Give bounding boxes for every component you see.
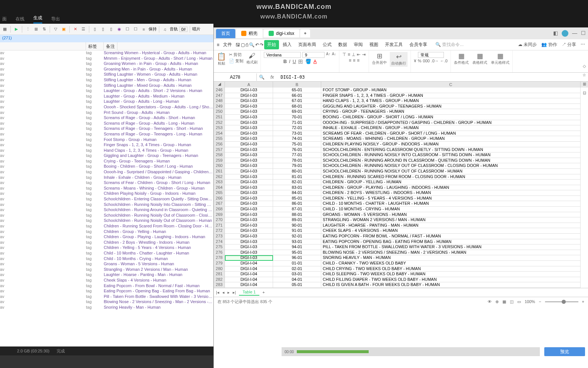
list-item[interactable]: avtagStifling Laughter - Mixed Group - A…: [0, 83, 213, 89]
view5-icon[interactable]: ▭: [517, 299, 521, 304]
wrap-icon[interactable]: ↩: [391, 53, 406, 61]
align-bot-icon[interactable]: ⊥: [352, 52, 355, 57]
dec-dec-icon[interactable]: ←.0: [440, 59, 448, 63]
list-item[interactable]: avtagPrrt Sound - Group - Adults - Human: [0, 110, 213, 116]
table-row[interactable]: 255DIGI-I-0374-01SCREAMS - MOANS - WHINI…: [214, 136, 588, 142]
currency-icon[interactable]: ¥: [414, 59, 416, 63]
sheet-prev-icon[interactable]: ◂: [222, 290, 225, 295]
table-row[interactable]: 250DIGI-I-0369-01CRYING - GROUP - TEENAG…: [214, 109, 588, 115]
sp-icon-2[interactable]: ☆: [581, 73, 587, 79]
list-item[interactable]: avtagScreams of Rage - Group - Adults - …: [0, 121, 213, 126]
list-item[interactable]: avtagSchoolchildren - Running Noisily In…: [0, 202, 213, 208]
table-row[interactable]: 265DIGI-I-0384-01CHILDREN - 2 BOYS - WRE…: [214, 190, 588, 196]
sheet-next-icon[interactable]: ▸: [227, 290, 230, 295]
header-tag[interactable]: 标签: [86, 42, 104, 50]
table-row[interactable]: 275DIGI-I-0394-01PILL - TAKEN FROM BOTTL…: [214, 244, 588, 250]
filter-icon[interactable]: ▽: [52, 26, 59, 33]
cut-button[interactable]: ✂ 剪切: [229, 52, 243, 58]
format-select[interactable]: [418, 52, 444, 58]
track-label[interactable]: 音轨: [170, 26, 178, 32]
coop-button[interactable]: 👥 协作: [541, 42, 557, 48]
maximize-button[interactable]: ☐: [581, 30, 586, 37]
redo-icon[interactable]: ↷: [260, 42, 263, 47]
list-item[interactable]: avtagChildren - Yelling - 5 Years - 4 Ve…: [0, 245, 213, 251]
select-all-corner[interactable]: ◢: [214, 82, 225, 88]
align-center-icon[interactable]: ≡: [353, 58, 355, 63]
list-item[interactable]: avtagLaughter - Group - Adults - Medium …: [0, 94, 213, 99]
sp-icon-3[interactable]: ⊞: [581, 82, 587, 88]
list-item[interactable]: avtagSnoring Heavily - Man - Human: [0, 305, 213, 310]
bold-button[interactable]: B: [283, 59, 287, 65]
tab-add[interactable]: +: [300, 29, 310, 37]
cell-reference[interactable]: A278: [214, 73, 257, 81]
col-C[interactable]: C: [321, 82, 581, 88]
table-row[interactable]: 256DIGI-I-0375-01CHILDREN PLAYING NOISIL…: [214, 142, 588, 147]
list-item[interactable]: avtagHand Claps - 1, 2, 3, 4 Times - Gro…: [0, 148, 213, 154]
menu-view[interactable]: 视图: [366, 40, 381, 49]
table-row[interactable]: 282DIGI-I-0404-01CHILD FILLING DIAPER - …: [214, 277, 588, 283]
view4-icon[interactable]: ◫: [510, 299, 514, 304]
merge-icon[interactable]: ⊞: [372, 52, 387, 60]
comma-icon[interactable]: 000: [423, 59, 429, 63]
list-item[interactable]: avtagChildren Playing Noisily - Group - …: [0, 191, 213, 197]
wave-icon[interactable]: ♫: [162, 26, 168, 33]
menu-hamburger[interactable]: ≡: [217, 42, 219, 47]
menu-insert[interactable]: 插入: [280, 40, 295, 49]
list-item[interactable]: avtagChildren - Group - Playing - Laughi…: [0, 234, 213, 240]
color-button[interactable]: A: [313, 59, 317, 65]
table-row[interactable]: 249DIGI-I-0368-01GIGGLING AND LAUGHTER -…: [214, 104, 588, 109]
menu-page[interactable]: 页面布局: [295, 40, 319, 49]
list-item[interactable]: avtagStrangling - Woman 2 Versions / Man…: [0, 267, 213, 273]
left-tab-3[interactable]: 导出: [51, 16, 60, 22]
list-item[interactable]: avtagScreams of Rage - Group - Adults - …: [0, 115, 213, 121]
play-icon[interactable]: ▶: [13, 26, 20, 33]
tab-home[interactable]: 首页: [216, 29, 235, 38]
sync-button[interactable]: ☁ 未同步: [518, 42, 537, 48]
list-item[interactable]: avtagCheek Slaps - 4 Versions - Human: [0, 278, 213, 283]
sheet-body[interactable]: 246DIGI-I-0365-01FOOT STOMP - GROUP - HU…: [214, 88, 588, 288]
sheet-tab-1[interactable]: Table 1: [239, 289, 259, 296]
fx-icon[interactable]: fx: [267, 75, 278, 80]
fontsize-select[interactable]: [302, 52, 325, 58]
list-item[interactable]: avtagPill - Taken From Bottle - Swallowe…: [0, 294, 213, 300]
fmt-icon[interactable]: 🖌: [246, 52, 258, 60]
zoom-slider[interactable]: [545, 301, 578, 302]
align-top-icon[interactable]: ⊤: [342, 52, 346, 57]
zoom-out-button[interactable]: −: [539, 299, 541, 304]
page3-icon[interactable]: ▯: [108, 26, 114, 33]
table-row[interactable]: 254DIGI-I-0373-01SCREAMS OF FEAR - CHILD…: [214, 131, 588, 137]
table-row[interactable]: 278DIGI-I-0396-01SNORING HEAVILY - MAN -…: [214, 255, 588, 261]
table-row[interactable]: 267DIGI-I-0386-01CHILD - 10 MONTHS - CHA…: [214, 201, 588, 207]
percent-icon[interactable]: %: [418, 59, 421, 63]
tab-file[interactable]: digi-i.xlsx: [263, 29, 299, 37]
grid-icon[interactable]: ▦: [1, 26, 8, 33]
search-commands[interactable]: 🔍 查找命令...: [435, 42, 464, 48]
list-item[interactable]: avtagScreams of Fear - Children - Group …: [0, 180, 213, 186]
table-row[interactable]: 269DIGI-I-0388-01GROANS - WOMAN - 5 VERS…: [214, 212, 588, 218]
track-num[interactable]: 0#: [179, 27, 187, 32]
table-row[interactable]: 274DIGI-I-0393-01EATING POPCORN - OPENIN…: [214, 239, 588, 245]
list-item[interactable]: avtagStifling Laughter - Women - Group -…: [0, 72, 213, 78]
table-row[interactable]: 271DIGI-I-0390-01LAUGHTER - HOARSE - PAN…: [214, 223, 588, 229]
table-row[interactable]: 279DIGI-I-0401-01CHILD - CRANKY - TWO WE…: [214, 261, 588, 266]
search-fx-icon[interactable]: 🔍: [257, 75, 267, 80]
table-row[interactable]: 259DIGI-I-0378-01SCHOOLCHILDREN - RUNNIN…: [214, 158, 588, 164]
font-select[interactable]: [264, 52, 301, 58]
add-sheet-icon[interactable]: +: [262, 290, 265, 295]
underline-button[interactable]: U: [293, 59, 296, 65]
tab-shell[interactable]: 稻壳: [236, 29, 263, 38]
t2-icon[interactable]: ☐: [132, 26, 139, 33]
new-icon[interactable]: ▢: [241, 42, 245, 47]
col-B[interactable]: B: [273, 82, 321, 88]
table-row[interactable]: 268DIGI-I-0387-01CHILD - 10 MONTHS - CRY…: [214, 207, 588, 212]
share-button[interactable]: ↗ 分享: [562, 42, 576, 48]
table-row[interactable]: 270DIGI-I-0389-01STRANGLING - WOMAN 2 VE…: [214, 217, 588, 223]
list-item[interactable]: avtagScreams of Rage - Group - Teenagers…: [0, 126, 213, 132]
view2-icon[interactable]: ⊕: [495, 299, 499, 304]
list-item[interactable]: avtagScreaming Women - Hysterical - Grou…: [0, 50, 213, 56]
paste-icon[interactable]: 📋: [217, 52, 226, 61]
table-row[interactable]: 257DIGI-I-0376-01SCHOOLCHILDREN - ENTERI…: [214, 147, 588, 153]
list-item[interactable]: avtagEating Popcorn - Opening Bag - Eati…: [0, 289, 213, 294]
view3-icon[interactable]: ▦: [502, 299, 506, 304]
list-item[interactable]: avtagOoooh-Ing - Surprised / Disappointe…: [0, 170, 213, 175]
